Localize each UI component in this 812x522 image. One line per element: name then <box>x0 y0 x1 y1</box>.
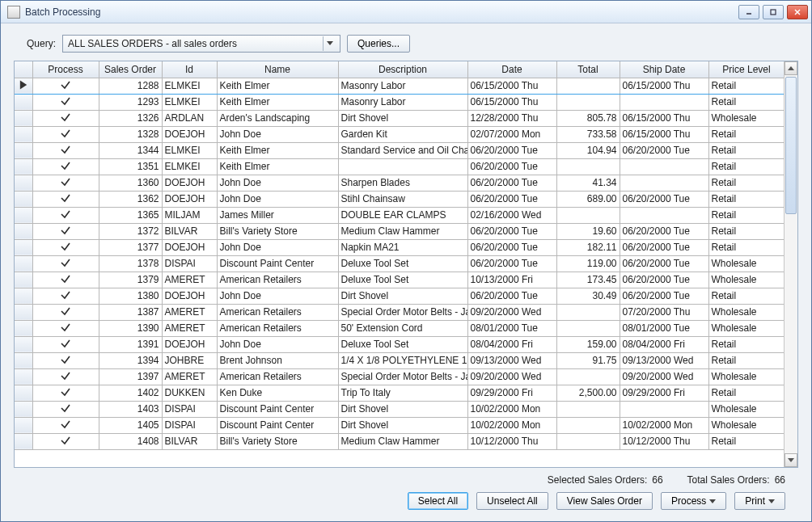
id-cell[interactable]: BILVAR <box>162 433 217 449</box>
col-name[interactable]: Name <box>217 61 338 78</box>
grid-scroll[interactable]: Process Sales Order Id Name Description … <box>15 61 784 467</box>
price-level-cell[interactable]: Retail <box>708 207 784 223</box>
id-cell[interactable]: ELMKEI <box>162 158 217 175</box>
process-cell[interactable] <box>32 239 99 255</box>
row-indicator[interactable] <box>15 142 32 158</box>
description-cell[interactable]: Standard Service and Oil Cha <box>338 142 467 158</box>
description-cell[interactable]: Special Order Motor Belts - Ja <box>338 368 467 385</box>
description-cell[interactable]: Deluxe Tool Set <box>338 336 467 352</box>
scroll-down-button[interactable] <box>785 453 797 467</box>
total-cell[interactable]: 104.94 <box>556 142 620 158</box>
name-cell[interactable]: John Doe <box>217 126 338 142</box>
total-cell[interactable] <box>556 78 620 94</box>
id-cell[interactable]: DOEJOH <box>162 336 217 352</box>
sales-order-cell[interactable]: 1328 <box>99 126 162 142</box>
date-cell[interactable]: 06/15/2000 Thu <box>467 94 556 110</box>
total-cell[interactable] <box>556 158 620 175</box>
table-row[interactable]: 1351ELMKEIKeith Elmer06/20/2000 TueRetai… <box>15 158 784 175</box>
name-cell[interactable]: American Retailers <box>217 272 338 288</box>
price-level-cell[interactable]: Wholesale <box>708 320 784 336</box>
row-indicator[interactable] <box>15 417 32 433</box>
name-cell[interactable]: Keith Elmer <box>217 78 338 94</box>
row-indicator[interactable] <box>15 288 32 304</box>
id-cell[interactable]: DOEJOH <box>162 175 217 191</box>
price-level-cell[interactable]: Retail <box>708 239 784 255</box>
description-cell[interactable]: Special Order Motor Belts - Ja <box>338 304 467 320</box>
date-cell[interactable]: 06/20/2000 Tue <box>467 158 556 175</box>
scroll-up-button[interactable] <box>785 61 797 75</box>
row-indicator[interactable] <box>15 175 32 191</box>
id-cell[interactable]: DOEJOH <box>162 239 217 255</box>
row-indicator[interactable] <box>15 320 32 336</box>
price-level-cell[interactable]: Retail <box>708 288 784 304</box>
id-cell[interactable]: DOEJOH <box>162 288 217 304</box>
sales-order-cell[interactable]: 1394 <box>99 352 162 368</box>
description-cell[interactable]: 1/4 X 1/8 POLYETHYLENE 1 <box>338 352 467 368</box>
name-cell[interactable]: American Retailers <box>217 368 338 385</box>
price-level-cell[interactable]: Wholesale <box>708 368 784 385</box>
ship-date-cell[interactable]: 06/20/2000 Tue <box>620 191 708 207</box>
ship-date-cell[interactable]: 06/15/2000 Thu <box>620 110 708 126</box>
process-cell[interactable] <box>32 175 99 191</box>
name-cell[interactable]: Discount Paint Center <box>217 401 338 417</box>
row-indicator[interactable] <box>15 191 32 207</box>
row-indicator[interactable] <box>15 239 32 255</box>
name-cell[interactable]: Discount Paint Center <box>217 255 338 272</box>
table-row[interactable]: 1397AMERETAmerican RetailersSpecial Orde… <box>15 368 784 385</box>
description-cell[interactable]: Sharpen Blades <box>338 175 467 191</box>
sales-order-cell[interactable]: 1351 <box>99 158 162 175</box>
price-level-cell[interactable]: Retail <box>708 191 784 207</box>
ship-date-cell[interactable]: 09/13/2000 Wed <box>620 352 708 368</box>
id-cell[interactable]: BILVAR <box>162 223 217 239</box>
unselect-all-button[interactable]: Unselect All <box>476 492 548 510</box>
total-cell[interactable]: 805.78 <box>556 110 620 126</box>
total-cell[interactable]: 733.58 <box>556 126 620 142</box>
description-cell[interactable]: 50' Extension Cord <box>338 320 467 336</box>
id-cell[interactable]: JOHBRE <box>162 352 217 368</box>
id-cell[interactable]: ELMKEI <box>162 78 217 94</box>
price-level-cell[interactable]: Wholesale <box>708 401 784 417</box>
row-indicator[interactable] <box>15 207 32 223</box>
date-cell[interactable]: 06/20/2000 Tue <box>467 175 556 191</box>
table-row[interactable]: 1293ELMKEIKeith ElmerMasonry Labor06/15/… <box>15 94 784 110</box>
ship-date-cell[interactable] <box>620 207 708 223</box>
select-all-button[interactable]: Select All <box>408 492 468 510</box>
total-cell[interactable] <box>556 94 620 110</box>
name-cell[interactable]: Bill's Variety Store <box>217 223 338 239</box>
price-level-cell[interactable]: Retail <box>708 158 784 175</box>
date-cell[interactable]: 09/20/2000 Wed <box>467 368 556 385</box>
row-indicator[interactable] <box>15 255 32 272</box>
sales-order-cell[interactable]: 1408 <box>99 433 162 449</box>
row-indicator-header[interactable] <box>15 61 32 78</box>
ship-date-cell[interactable]: 10/12/2000 Thu <box>620 433 708 449</box>
ship-date-cell[interactable]: 06/20/2000 Tue <box>620 255 708 272</box>
id-cell[interactable]: ARDLAN <box>162 110 217 126</box>
price-level-cell[interactable]: Retail <box>708 142 784 158</box>
col-date[interactable]: Date <box>467 61 556 78</box>
row-indicator[interactable] <box>15 304 32 320</box>
process-cell[interactable] <box>32 288 99 304</box>
sales-order-cell[interactable]: 1391 <box>99 336 162 352</box>
price-level-cell[interactable]: Retail <box>708 385 784 401</box>
description-cell[interactable]: Deluxe Tool Set <box>338 272 467 288</box>
name-cell[interactable]: John Doe <box>217 336 338 352</box>
sales-order-cell[interactable]: 1403 <box>99 401 162 417</box>
sales-order-cell[interactable]: 1344 <box>99 142 162 158</box>
total-cell[interactable]: 119.00 <box>556 255 620 272</box>
row-indicator[interactable] <box>15 158 32 175</box>
date-cell[interactable]: 10/12/2000 Thu <box>467 433 556 449</box>
ship-date-cell[interactable]: 10/02/2000 Mon <box>620 417 708 433</box>
ship-date-cell[interactable]: 06/20/2000 Tue <box>620 223 708 239</box>
queries-button[interactable]: Queries... <box>347 35 410 53</box>
table-row[interactable]: 1390AMERETAmerican Retailers50' Extensio… <box>15 320 784 336</box>
id-cell[interactable]: AMERET <box>162 272 217 288</box>
name-cell[interactable]: John Doe <box>217 175 338 191</box>
process-cell[interactable] <box>32 223 99 239</box>
minimize-button[interactable] <box>738 5 759 19</box>
table-row[interactable]: 1408BILVARBill's Variety StoreMedium Cla… <box>15 433 784 449</box>
name-cell[interactable]: Discount Paint Center <box>217 417 338 433</box>
print-button[interactable]: Print <box>734 492 785 510</box>
view-sales-order-button[interactable]: View Sales Order <box>556 492 653 510</box>
process-cell[interactable] <box>32 272 99 288</box>
price-level-cell[interactable]: Wholesale <box>708 417 784 433</box>
